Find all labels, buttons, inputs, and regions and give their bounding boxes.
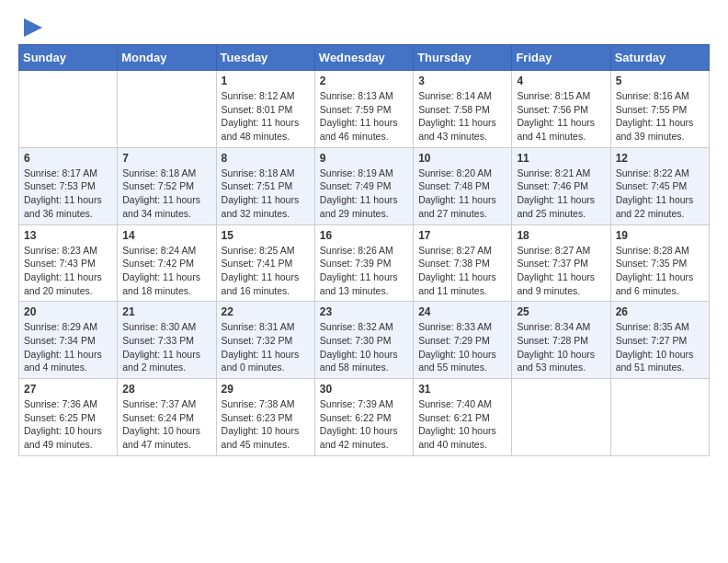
day-number: 20	[24, 305, 112, 318]
day-cell	[19, 71, 118, 148]
day-number: 22	[222, 305, 310, 318]
day-cell: 22Sunrise: 8:31 AMSunset: 7:32 PMDayligh…	[216, 302, 314, 379]
day-cell: 2Sunrise: 8:13 AMSunset: 7:59 PMDaylight…	[314, 71, 413, 148]
day-number: 13	[24, 229, 112, 242]
logo-icon	[20, 15, 46, 40]
day-info: Sunrise: 8:15 AMSunset: 7:56 PMDaylight:…	[517, 89, 605, 144]
page-header	[18, 15, 710, 37]
day-number: 24	[418, 305, 506, 318]
weekday-header-wednesday: Wednesday	[314, 45, 413, 71]
day-cell: 1Sunrise: 8:12 AMSunset: 8:01 PMDaylight…	[216, 71, 314, 148]
day-cell	[512, 379, 610, 456]
day-info: Sunrise: 8:32 AMSunset: 7:30 PMDaylight:…	[320, 320, 408, 374]
svg-marker-0	[24, 18, 42, 37]
day-cell: 31Sunrise: 7:40 AMSunset: 6:21 PMDayligh…	[414, 379, 512, 456]
day-number: 7	[122, 152, 210, 165]
day-cell: 21Sunrise: 8:30 AMSunset: 7:33 PMDayligh…	[118, 302, 216, 379]
day-info: Sunrise: 8:34 AMSunset: 7:28 PMDaylight:…	[517, 320, 605, 374]
day-number: 25	[517, 305, 605, 318]
day-number: 17	[418, 229, 506, 242]
day-number: 30	[320, 383, 408, 396]
day-number: 31	[418, 383, 506, 396]
day-cell: 27Sunrise: 7:36 AMSunset: 6:25 PMDayligh…	[19, 379, 118, 456]
day-cell: 20Sunrise: 8:29 AMSunset: 7:34 PMDayligh…	[19, 302, 118, 379]
day-cell: 17Sunrise: 8:27 AMSunset: 7:38 PMDayligh…	[414, 224, 512, 302]
day-info: Sunrise: 8:25 AMSunset: 7:41 PMDaylight:…	[222, 244, 310, 298]
day-cell: 9Sunrise: 8:19 AMSunset: 7:49 PMDaylight…	[314, 147, 413, 224]
day-number: 6	[24, 152, 112, 165]
day-info: Sunrise: 7:39 AMSunset: 6:22 PMDaylight:…	[320, 397, 408, 452]
day-cell: 3Sunrise: 8:14 AMSunset: 7:58 PMDaylight…	[414, 71, 512, 148]
day-cell	[118, 71, 216, 148]
day-number: 2	[320, 75, 408, 87]
day-cell: 11Sunrise: 8:21 AMSunset: 7:46 PMDayligh…	[512, 147, 610, 224]
week-row-2: 6Sunrise: 8:17 AMSunset: 7:53 PMDaylight…	[19, 147, 710, 224]
day-number: 12	[616, 152, 704, 165]
day-cell: 10Sunrise: 8:20 AMSunset: 7:48 PMDayligh…	[414, 147, 512, 224]
day-number: 1	[222, 75, 310, 87]
day-number: 11	[517, 152, 605, 165]
day-cell: 4Sunrise: 8:15 AMSunset: 7:56 PMDaylight…	[512, 71, 610, 148]
weekday-header-thursday: Thursday	[414, 45, 512, 71]
day-info: Sunrise: 8:18 AMSunset: 7:52 PMDaylight:…	[122, 167, 210, 221]
day-info: Sunrise: 8:20 AMSunset: 7:48 PMDaylight:…	[418, 167, 506, 221]
day-cell: 18Sunrise: 8:27 AMSunset: 7:37 PMDayligh…	[512, 224, 610, 302]
day-cell: 14Sunrise: 8:24 AMSunset: 7:42 PMDayligh…	[118, 224, 216, 302]
day-info: Sunrise: 8:17 AMSunset: 7:53 PMDaylight:…	[24, 167, 112, 221]
day-info: Sunrise: 8:13 AMSunset: 7:59 PMDaylight:…	[320, 89, 408, 144]
week-row-4: 20Sunrise: 8:29 AMSunset: 7:34 PMDayligh…	[19, 302, 710, 379]
day-info: Sunrise: 8:29 AMSunset: 7:34 PMDaylight:…	[24, 320, 112, 374]
day-number: 3	[418, 75, 506, 87]
day-info: Sunrise: 8:26 AMSunset: 7:39 PMDaylight:…	[320, 244, 408, 298]
calendar-page: SundayMondayTuesdayWednesdayThursdayFrid…	[0, 0, 728, 471]
day-info: Sunrise: 7:38 AMSunset: 6:23 PMDaylight:…	[222, 397, 310, 452]
day-number: 14	[122, 229, 210, 242]
day-number: 9	[320, 152, 408, 165]
weekday-header-friday: Friday	[512, 45, 610, 71]
day-info: Sunrise: 8:24 AMSunset: 7:42 PMDaylight:…	[122, 244, 210, 298]
day-cell: 24Sunrise: 8:33 AMSunset: 7:29 PMDayligh…	[414, 302, 512, 379]
logo	[18, 15, 46, 37]
day-cell: 6Sunrise: 8:17 AMSunset: 7:53 PMDaylight…	[19, 147, 118, 224]
day-cell: 8Sunrise: 8:18 AMSunset: 7:51 PMDaylight…	[216, 147, 314, 224]
day-number: 5	[616, 75, 704, 87]
day-info: Sunrise: 8:35 AMSunset: 7:27 PMDaylight:…	[616, 320, 704, 374]
day-cell: 16Sunrise: 8:26 AMSunset: 7:39 PMDayligh…	[314, 224, 413, 302]
day-info: Sunrise: 7:37 AMSunset: 6:24 PMDaylight:…	[122, 397, 210, 452]
day-cell: 30Sunrise: 7:39 AMSunset: 6:22 PMDayligh…	[314, 379, 413, 456]
day-info: Sunrise: 8:28 AMSunset: 7:35 PMDaylight:…	[616, 244, 704, 298]
day-cell: 12Sunrise: 8:22 AMSunset: 7:45 PMDayligh…	[610, 147, 709, 224]
day-info: Sunrise: 8:31 AMSunset: 7:32 PMDaylight:…	[222, 320, 310, 374]
day-number: 4	[517, 75, 605, 87]
day-info: Sunrise: 7:36 AMSunset: 6:25 PMDaylight:…	[24, 397, 112, 452]
day-number: 8	[222, 152, 310, 165]
calendar-table: SundayMondayTuesdayWednesdayThursdayFrid…	[18, 44, 710, 456]
weekday-header-tuesday: Tuesday	[216, 45, 314, 71]
day-number: 18	[517, 229, 605, 242]
weekday-header-saturday: Saturday	[610, 45, 709, 71]
day-cell: 26Sunrise: 8:35 AMSunset: 7:27 PMDayligh…	[610, 302, 709, 379]
day-cell: 19Sunrise: 8:28 AMSunset: 7:35 PMDayligh…	[610, 224, 709, 302]
day-number: 26	[616, 305, 704, 318]
day-info: Sunrise: 8:27 AMSunset: 7:38 PMDaylight:…	[418, 244, 506, 298]
day-number: 23	[320, 305, 408, 318]
day-cell	[610, 379, 709, 456]
day-cell: 23Sunrise: 8:32 AMSunset: 7:30 PMDayligh…	[314, 302, 413, 379]
day-number: 21	[122, 305, 210, 318]
day-number: 27	[24, 383, 112, 396]
day-number: 19	[616, 229, 704, 242]
week-row-5: 27Sunrise: 7:36 AMSunset: 6:25 PMDayligh…	[19, 379, 710, 456]
day-cell: 28Sunrise: 7:37 AMSunset: 6:24 PMDayligh…	[118, 379, 216, 456]
day-info: Sunrise: 8:30 AMSunset: 7:33 PMDaylight:…	[122, 320, 210, 374]
day-cell: 7Sunrise: 8:18 AMSunset: 7:52 PMDaylight…	[118, 147, 216, 224]
day-number: 10	[418, 152, 506, 165]
day-info: Sunrise: 8:23 AMSunset: 7:43 PMDaylight:…	[24, 244, 112, 298]
day-cell: 15Sunrise: 8:25 AMSunset: 7:41 PMDayligh…	[216, 224, 314, 302]
day-info: Sunrise: 8:33 AMSunset: 7:29 PMDaylight:…	[418, 320, 506, 374]
day-info: Sunrise: 8:16 AMSunset: 7:55 PMDaylight:…	[616, 89, 704, 144]
day-info: Sunrise: 8:19 AMSunset: 7:49 PMDaylight:…	[320, 167, 408, 221]
day-info: Sunrise: 8:22 AMSunset: 7:45 PMDaylight:…	[616, 167, 704, 221]
week-row-3: 13Sunrise: 8:23 AMSunset: 7:43 PMDayligh…	[19, 224, 710, 302]
day-info: Sunrise: 8:27 AMSunset: 7:37 PMDaylight:…	[517, 244, 605, 298]
day-number: 15	[222, 229, 310, 242]
